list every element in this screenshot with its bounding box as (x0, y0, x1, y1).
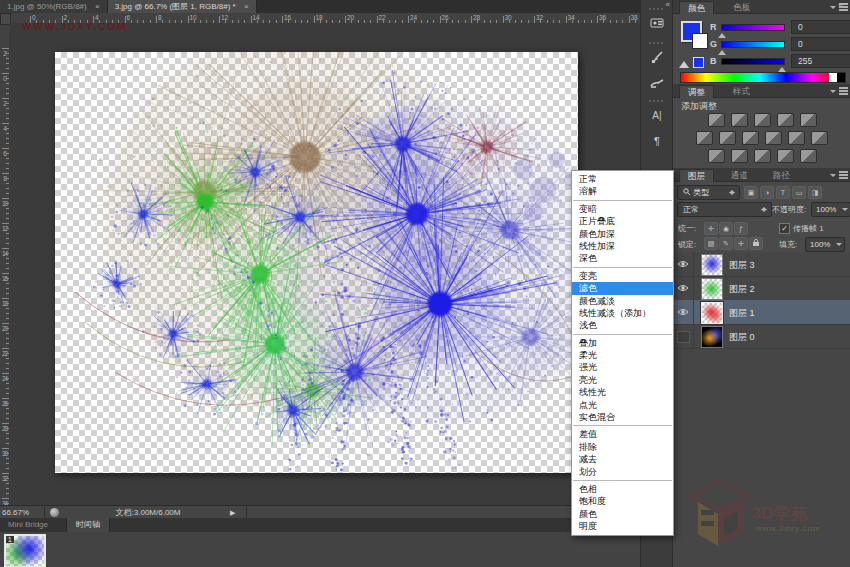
brush-panel-icon[interactable] (645, 72, 669, 94)
lock-position-icon[interactable]: ✛ (734, 237, 748, 250)
close-icon[interactable]: × (244, 2, 249, 11)
blend-mode-option[interactable]: 明度 (572, 520, 673, 532)
blend-mode-option[interactable]: 颜色减淡 (572, 295, 673, 307)
filter-type-combo[interactable]: 类型 (677, 185, 740, 200)
layer-row-图层 3[interactable]: 图层 3 (673, 252, 850, 277)
filter-shape-layers-icon[interactable]: ▭ (792, 186, 806, 199)
tab-swatches[interactable]: 色板 (725, 1, 758, 13)
curves-adjustment-icon[interactable] (754, 113, 771, 127)
exposure-adjustment-icon[interactable] (777, 113, 794, 127)
blend-mode-option[interactable]: 颜色加深 (572, 228, 673, 240)
blend-mode-option[interactable]: 叠加 (572, 337, 673, 349)
layer-name[interactable]: 图层 3 (729, 259, 755, 272)
tab-paths[interactable]: 路径 (765, 169, 798, 181)
red-value-field[interactable]: 0 (791, 20, 850, 34)
tab-mini-bridge[interactable]: Mini Bridge (8, 518, 48, 532)
layer-visibility-toggle[interactable] (673, 276, 694, 300)
layer-visibility-toggle[interactable] (673, 300, 694, 324)
clone-source-panel-icon[interactable] (645, 12, 669, 34)
layer-thumbnail[interactable] (701, 302, 723, 324)
tab-adjustments[interactable]: 调整 (679, 85, 714, 98)
layer-row-图层 0[interactable]: 图层 0 (673, 324, 850, 349)
blend-mode-option[interactable]: 变亮 (572, 270, 673, 282)
opacity-value-field[interactable]: 100% (811, 202, 850, 217)
tab-layers[interactable]: 图层 (679, 169, 714, 182)
photo-filter-adjustment-icon[interactable] (765, 131, 782, 145)
color-spectrum-ramp[interactable] (680, 72, 846, 83)
collapse-dock-icon[interactable]: « (666, 0, 670, 9)
blend-mode-option[interactable]: 强光 (572, 361, 673, 373)
blend-mode-option[interactable]: 划分 (572, 466, 673, 478)
blend-mode-option[interactable]: 柔光 (572, 349, 673, 361)
propagate-frame-checkbox[interactable]: ✓ (779, 223, 790, 234)
selective-color-adjustment-icon[interactable] (800, 149, 817, 163)
channel-mixer-adjustment-icon[interactable] (788, 131, 805, 145)
blend-mode-option[interactable]: 点光 (572, 399, 673, 411)
black-white-adjustment-icon[interactable] (742, 131, 759, 145)
blend-mode-option[interactable]: 颜色 (572, 508, 673, 520)
blend-mode-option[interactable]: 溶解 (572, 185, 673, 197)
filter-pixel-layers-icon[interactable]: ▣ (744, 186, 758, 199)
black-swatch[interactable] (837, 73, 845, 82)
lock-pixels-icon[interactable]: ✎ (719, 237, 733, 250)
blend-mode-option[interactable]: 正片叠底 (572, 215, 673, 227)
layer-thumbnail[interactable] (701, 326, 723, 348)
hue-saturation-adjustment-icon[interactable] (696, 131, 713, 145)
tab-timeline[interactable]: 时间轴 (66, 518, 110, 532)
lock-transparency-icon[interactable]: ▨ (704, 237, 718, 250)
blend-mode-option[interactable]: 线性加深 (572, 240, 673, 252)
blend-mode-option[interactable]: 排除 (572, 441, 673, 453)
blend-mode-option[interactable]: 线性光 (572, 386, 673, 398)
invert-adjustment-icon[interactable] (708, 149, 725, 163)
layer-thumbnail[interactable] (701, 278, 723, 300)
unify-position-icon[interactable]: ✛ (704, 222, 718, 235)
color-balance-adjustment-icon[interactable] (719, 131, 736, 145)
filter-adjustment-layers-icon[interactable]: ◑ (760, 186, 774, 199)
document-tab-2[interactable]: 3.jpg @ 66.7% (图层 1, RGB/8#) * × (108, 0, 257, 13)
layer-name[interactable]: 图层 2 (729, 283, 755, 296)
blend-mode-option[interactable]: 线性减淡（添加） (572, 307, 673, 319)
collapse-panels-icon[interactable]: « (838, 0, 842, 9)
filter-smart-objects-icon[interactable]: ◨ (808, 186, 822, 199)
blend-mode-option[interactable]: 滤色 (572, 282, 673, 294)
tab-color[interactable]: 颜色 (679, 1, 714, 14)
color-lookup-adjustment-icon[interactable] (811, 131, 828, 145)
layer-row-图层 1[interactable]: 图层 1 (673, 300, 850, 325)
tab-styles[interactable]: 样式 (725, 85, 758, 97)
blend-mode-option[interactable]: 饱和度 (572, 495, 673, 507)
paragraph-panel-icon[interactable]: ¶ (645, 130, 669, 152)
blend-mode-dropdown[interactable]: 正常 (677, 202, 772, 217)
layer-visibility-toggle[interactable] (673, 252, 694, 276)
document-tab-1[interactable]: 1.jpg @ 50%(RGB/8#) × (0, 0, 108, 13)
red-slider[interactable] (721, 24, 785, 31)
layer-name[interactable]: 图层 0 (729, 331, 755, 344)
gamut-color-swatch[interactable] (693, 57, 704, 68)
gradient-map-adjustment-icon[interactable] (777, 149, 794, 163)
document-canvas[interactable] (55, 52, 578, 473)
white-swatch[interactable] (829, 73, 837, 82)
blend-mode-option[interactable]: 差值 (572, 428, 673, 440)
blend-mode-option[interactable]: 深色 (572, 252, 673, 264)
filter-type-layers-icon[interactable]: T (776, 186, 790, 199)
fill-value-field[interactable]: 100% (805, 237, 845, 252)
character-panel-icon[interactable]: A| (645, 104, 669, 126)
green-value-field[interactable]: 0 (791, 37, 850, 51)
blend-mode-option[interactable]: 正常 (572, 173, 673, 185)
unify-style-icon[interactable]: ƒ (734, 222, 748, 235)
green-slider[interactable] (721, 41, 785, 48)
layer-name[interactable]: 图层 1 (729, 307, 755, 320)
tab-channels[interactable]: 通道 (723, 169, 756, 181)
blend-mode-option[interactable]: 减去 (572, 453, 673, 465)
blue-value-field[interactable]: 255 (791, 54, 850, 68)
unify-visibility-icon[interactable]: ◉ (719, 222, 733, 235)
layer-visibility-toggle[interactable] (673, 324, 694, 348)
layer-thumbnail[interactable] (701, 254, 723, 276)
brush-presets-panel-icon[interactable] (645, 46, 669, 68)
lock-all-icon[interactable] (749, 237, 763, 250)
posterize-adjustment-icon[interactable] (731, 149, 748, 163)
blue-slider[interactable] (721, 58, 785, 65)
threshold-adjustment-icon[interactable] (754, 149, 771, 163)
blend-mode-option[interactable]: 实色混合 (572, 411, 673, 423)
layer-row-图层 2[interactable]: 图层 2 (673, 276, 850, 301)
blend-mode-option[interactable]: 色相 (572, 483, 673, 495)
